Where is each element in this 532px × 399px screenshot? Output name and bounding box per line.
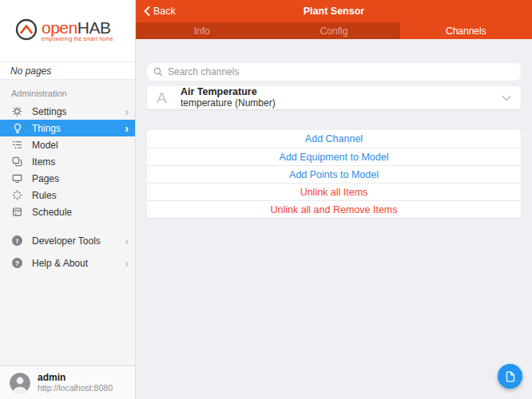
display-icon [11,172,23,184]
add-equipment-to-model-button[interactable]: Add Equipment to Model [147,148,521,165]
gear-icon [11,105,23,117]
sidebar: openHAB empowering the smart home No pag… [0,0,136,399]
chevron-left-icon [144,6,150,16]
chevron-down-icon [502,95,511,101]
document-icon [506,371,515,382]
main-panel: Back Plant Sensor Info Config Channels A [136,0,532,399]
tree-list-icon [11,139,23,151]
openhab-logo: openHAB empowering the smart home [0,0,135,62]
sidebar-item-label: Pages [32,173,129,184]
sidebar-item-label: Settings [32,106,125,117]
logo-open: open [42,18,77,37]
logo-hab: HAB [77,18,111,37]
chevron-right-icon: › [125,123,129,134]
tab-channels[interactable]: Channels [400,22,532,39]
tabbar: Info Config Channels [136,22,532,39]
add-points-to-model-button[interactable]: Add Points to Model [147,165,521,183]
openhab-admin-app: openHAB empowering the smart home No pag… [0,0,532,399]
back-label: Back [153,6,176,17]
sidebar-item-things[interactable]: Things › [0,120,135,136]
sidebar-item-label: Schedule [32,207,129,218]
sidebar-item-developer-tools[interactable]: ! Developer Tools › [0,232,135,249]
sidebar-item-rules[interactable]: Rules [0,187,135,203]
page-title: Plant Sensor [136,6,532,17]
exclamation-circle-icon: ! [11,235,23,247]
add-channel-button[interactable]: Add Channel [147,130,521,148]
avatar [10,373,30,393]
channel-actions-list: Add Channel Add Equipment to Model Add P… [147,130,521,218]
channel-row-air-temperature[interactable]: A Air Temperature temperature (Number) [147,86,521,109]
sidebar-item-items[interactable]: Items [0,153,135,170]
user-account-block[interactable]: admin http://localhost:8080 [0,365,135,399]
sidebar-item-label: Items [32,156,129,168]
lightbulb-icon [11,122,23,134]
channel-subtitle: temperature (Number) [181,98,502,109]
channels-page: A Air Temperature temperature (Number) A… [136,39,532,399]
sidebar-secondary-group: ! Developer Tools › ? Help & About › [0,232,135,271]
back-button[interactable]: Back [144,6,176,17]
channel-title: Air Temperature [181,86,502,97]
unlink-all-items-button[interactable]: Unlink all Items [147,183,521,200]
tab-info[interactable]: Info [136,22,268,39]
user-info: admin http://localhost:8080 [38,372,113,393]
tab-config[interactable]: Config [268,22,399,39]
unlink-all-and-remove-items-button[interactable]: Unlink all and Remove Items [147,200,521,218]
search-bar [147,63,521,81]
channel-group-letter: A [157,89,176,107]
sidebar-item-model[interactable]: Model [0,136,135,153]
sidebar-item-label: Rules [32,190,129,201]
sidebar-item-settings[interactable]: Settings › [0,103,135,120]
user-name: admin [38,372,113,383]
chevron-right-icon: › [125,258,129,269]
administration-section-label: Administration [11,89,135,98]
channel-text: Air Temperature temperature (Number) [181,86,502,109]
no-pages-label: No pages [0,62,135,80]
navbar: Back Plant Sensor [136,0,532,22]
search-input[interactable] [168,66,514,77]
sidebar-item-label: Help & About [32,258,125,269]
sidebar-item-label: Model [32,140,129,151]
question-circle-icon: ? [11,257,23,269]
sidebar-item-pages[interactable]: Pages [0,170,135,187]
logo-word: openHAB [42,18,110,37]
openhab-house-circle-icon [14,18,38,45]
chevron-right-icon: › [125,235,129,247]
sidebar-item-help-about[interactable]: ? Help & About › [0,255,135,271]
calendar-icon [11,206,23,218]
sidebar-item-schedule[interactable]: Schedule [0,203,135,220]
sidebar-menu: Administration Settings › [0,80,135,365]
overlapping-squares-icon [11,156,23,168]
add-fab-button[interactable] [498,364,522,389]
sparkle-icon [11,189,23,201]
logo-text: openHAB empowering the smart home [42,19,113,42]
user-url: http://localhost:8080 [38,383,113,393]
sidebar-item-label: Developer Tools [32,235,125,247]
logo-tagline: empowering the smart home [42,37,113,42]
search-icon [153,67,163,77]
sidebar-item-label: Things [32,123,125,134]
chevron-right-icon: › [125,106,129,117]
